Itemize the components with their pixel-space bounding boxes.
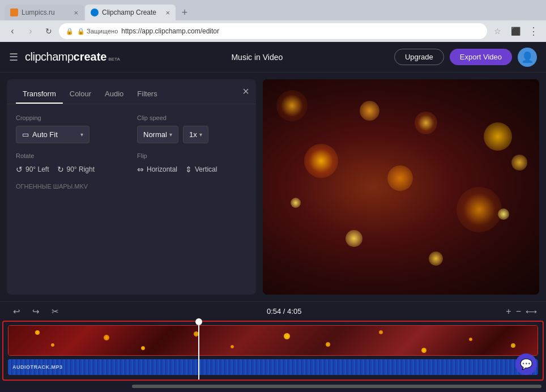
cropping-icon: ▭	[22, 130, 29, 139]
app-header: ☰ clipchampcreateBETA Music in Video Upg…	[0, 42, 546, 73]
zoom-extend-button[interactable]: ⟷	[526, 307, 537, 316]
tab-audio[interactable]: Audio	[98, 86, 130, 104]
chat-bubble-button[interactable]: 💬	[515, 353, 537, 375]
scissors-button[interactable]: ✂	[48, 304, 62, 319]
bokeh-8	[387, 165, 413, 191]
sparkle-12	[511, 343, 515, 348]
flip-buttons: ⇔ Horizontal ⇕ Vertical	[137, 165, 247, 174]
bokeh-12	[511, 155, 527, 171]
flip-horizontal-icon: ⇔	[137, 165, 144, 174]
flip-vertical-button[interactable]: ⇕ Vertical	[185, 165, 217, 174]
speed-arrow-icon: ▾	[169, 131, 172, 138]
extensions-icon[interactable]: ⬛	[507, 23, 523, 39]
playhead-circle	[195, 318, 202, 325]
zoom-controls: + − ⟷	[506, 306, 537, 317]
bokeh-9	[429, 252, 443, 266]
new-tab-button[interactable]: +	[177, 5, 193, 20]
sparkle-10	[421, 348, 426, 353]
address-bar[interactable]: 🔒 🔒 Защищено https://app.clipchamp.com/e…	[59, 23, 487, 39]
tab-lumpics[interactable]: Lumpics.ru ×	[5, 5, 84, 20]
timecode: 0:54 / 4:05	[62, 307, 506, 316]
logo-create: create	[74, 50, 107, 63]
header-title: Music in Video	[120, 53, 394, 62]
panel-content: Cropping ▭ Auto Fit ▾ Clip speed Normal	[7, 104, 256, 200]
reload-button[interactable]: ↻	[41, 23, 57, 39]
rotate-section: Rotate ↺ 90° Left ↻ 90° Right	[16, 152, 126, 174]
clip-speed-section: Clip speed Normal ▾ 1x ▾	[137, 114, 247, 143]
bokeh-10	[276, 90, 308, 121]
bokeh-11	[291, 198, 301, 208]
tab-bar: Lumpics.ru × Clipchamp Create × +	[0, 0, 546, 20]
tab-lumpics-close[interactable]: ×	[74, 8, 78, 17]
bokeh-4	[345, 230, 362, 247]
favicon-lumpics	[10, 8, 18, 16]
cropping-dropdown[interactable]: ▭ Auto Fit ▾	[16, 126, 89, 143]
video-preview-bg	[263, 79, 539, 295]
rotate-right-label: 90° Right	[67, 165, 95, 173]
favicon-clipchamp	[91, 8, 99, 16]
multiplier-dropdown[interactable]: 1x ▾	[183, 126, 208, 143]
tab-clipchamp-label: Clipchamp Create	[102, 8, 156, 16]
address-protocol: 🔒 Защищено	[77, 28, 118, 35]
bokeh-1	[304, 144, 338, 178]
cropping-label: Cropping	[16, 114, 126, 121]
timeline-area-wrapper: AUDIOTRACK.MP3 💬	[2, 321, 544, 381]
sparkle-7	[284, 333, 290, 339]
tab-lumpics-label: Lumpics.ru	[22, 8, 55, 16]
sparkle-1	[35, 330, 40, 335]
rotate-left-button[interactable]: ↺ 90° Left	[16, 165, 49, 174]
tab-clipchamp-close[interactable]: ×	[165, 8, 170, 17]
zoom-plus-button[interactable]: +	[506, 306, 511, 317]
app-container: ☰ clipchampcreateBETA Music in Video Upg…	[0, 42, 546, 390]
sparkle-9	[379, 330, 383, 334]
bokeh-2	[415, 112, 437, 134]
rotate-right-button[interactable]: ↻ 90° Right	[57, 165, 95, 174]
bookmark-icon[interactable]: ☆	[489, 23, 505, 39]
audio-track[interactable]: AUDIOTRACK.MP3	[8, 359, 538, 375]
export-video-button[interactable]: Export Video	[450, 49, 512, 65]
tab-colour[interactable]: Colour	[63, 86, 98, 104]
redo-button[interactable]: ↪	[28, 304, 43, 319]
flip-horizontal-button[interactable]: ⇔ Horizontal	[137, 165, 177, 174]
flip-vertical-icon: ⇕	[185, 165, 192, 174]
flip-label: Flip	[137, 152, 247, 159]
zoom-minus-button[interactable]: −	[516, 306, 521, 317]
hamburger-menu-button[interactable]: ☰	[9, 51, 18, 63]
address-url: https://app.clipchamp.com/editor	[121, 27, 219, 35]
app-logo: clipchampcreateBETA	[25, 50, 120, 63]
browser-toolbar: ‹ › ↻ 🔒 🔒 Защищено https://app.clipchamp…	[0, 20, 546, 42]
forward-button[interactable]: ›	[23, 23, 39, 39]
tab-filters[interactable]: Filters	[130, 86, 164, 104]
panel-close-button[interactable]: ×	[242, 85, 249, 98]
scrollbar-thumb[interactable]	[132, 385, 541, 388]
video-track[interactable]	[8, 325, 538, 356]
bokeh-6	[498, 208, 509, 220]
logo-beta: BETA	[108, 57, 120, 62]
audio-track-label: AUDIOTRACK.MP3	[12, 364, 63, 370]
secure-lock-icon: 🔒	[66, 28, 74, 35]
back-button[interactable]: ‹	[5, 23, 20, 39]
undo-button[interactable]: ↩	[9, 304, 24, 319]
sparkle-3	[104, 335, 109, 340]
upgrade-button[interactable]: Upgrade	[394, 49, 444, 65]
flip-vertical-label: Vertical	[195, 165, 217, 173]
rotate-buttons: ↺ 90° Left ↻ 90° Right	[16, 165, 126, 174]
tab-transform[interactable]: Transform	[16, 86, 63, 104]
avatar[interactable]: 👤	[518, 48, 537, 67]
header-right: Upgrade Export Video 👤	[394, 48, 537, 67]
tab-clipchamp[interactable]: Clipchamp Create ×	[85, 5, 176, 20]
cropping-section: Cropping ▭ Auto Fit ▾	[16, 114, 126, 143]
scrollbar-area[interactable]	[0, 383, 546, 390]
bokeh-3	[457, 187, 502, 232]
speed-dropdown[interactable]: Normal ▾	[137, 126, 178, 143]
editor-main: × Transform Colour Audio Filters Croppin…	[0, 73, 546, 301]
multiplier-arrow-icon: ▾	[199, 131, 202, 138]
bokeh-5	[484, 122, 512, 151]
multiplier-value: 1x	[189, 130, 197, 139]
rotate-label: Rotate	[16, 152, 126, 159]
bokeh-7	[360, 101, 379, 121]
sparkle-11	[469, 338, 472, 341]
sparkle-4	[141, 346, 145, 350]
browser-menu-icon[interactable]: ⋮	[526, 23, 541, 39]
logo-clipchamp: clipchamp	[25, 50, 74, 63]
